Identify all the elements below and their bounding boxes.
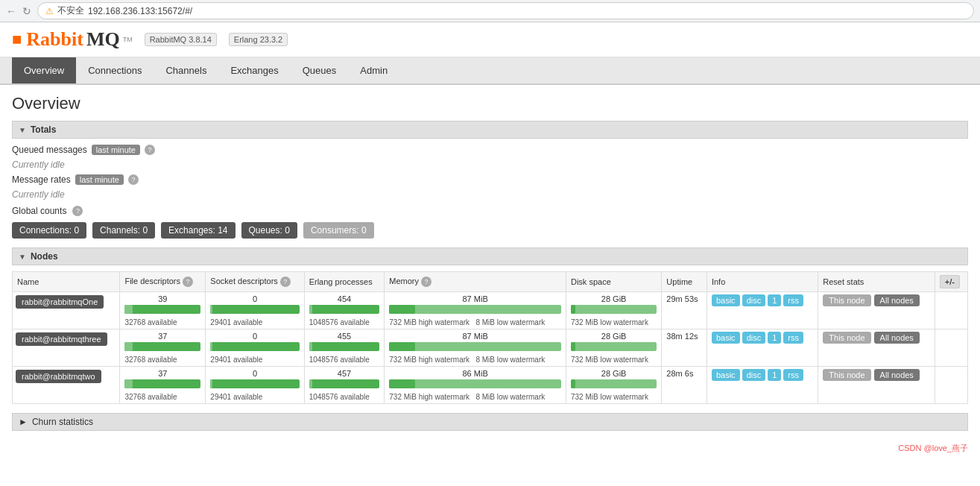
file-descriptors-cell: 39 32768 available [120,292,206,329]
col-erlang-processes: Erlang processes [304,272,385,292]
info-btn-1[interactable]: 1 [768,332,781,344]
erlang-processes-cell: 457 1048576 available [304,367,385,404]
this-node-button[interactable]: This node [823,332,870,344]
nav-connections[interactable]: Connections [76,57,154,83]
mem-help-icon[interactable]: ? [421,277,431,287]
info-btn-disc[interactable]: disc [742,294,766,306]
all-nodes-button[interactable]: All nodes [874,369,920,381]
col-socket-descriptors: Socket descriptors ? [206,272,304,292]
queued-badge[interactable]: last minute [92,145,140,155]
nav-overview[interactable]: Overview [12,57,76,83]
rates-help-icon[interactable]: ? [128,174,139,185]
queued-label: Queued messages [12,145,87,155]
totals-section-header[interactable]: ▼ Totals [12,121,968,139]
count-buttons-row: Connections: 0 Channels: 0 Exchanges: 14… [12,222,968,239]
all-nodes-button[interactable]: All nodes [874,332,920,344]
info-btn-disc[interactable]: disc [742,369,766,381]
file-descriptors-cell: 37 32768 available [120,367,206,404]
nav-channels[interactable]: Channels [154,57,218,83]
nav-queues[interactable]: Queues [291,57,349,83]
col-disk-space: Disk space [566,272,661,292]
info-btn-1[interactable]: 1 [768,294,781,306]
socket-descriptors-cell: 0 29401 available [206,329,304,367]
info-btn-rss[interactable]: rss [783,369,803,381]
info-btn-basic[interactable]: basic [712,332,740,344]
channels-count[interactable]: Channels: 0 [92,222,155,239]
csdn-footer: CSDN @love_燕子 [0,440,980,457]
global-help-icon[interactable]: ? [72,206,83,216]
uptime-cell: 28m 6s [662,367,707,404]
main-content: Overview ▼ Totals Queued messages last m… [0,85,980,440]
info-btn-basic[interactable]: basic [712,369,740,381]
this-node-button[interactable]: This node [823,369,870,381]
queued-messages-row: Queued messages last minute ? [12,145,968,155]
info-btn-disc[interactable]: disc [742,332,766,344]
nav-admin[interactable]: Admin [348,57,399,83]
not-secure-label: 不安全 [57,4,84,17]
table-row: rabbit@rabbitmqthree 37 32768 available … [13,329,968,367]
plus-minus-cell [935,367,967,404]
node-name-cell: rabbit@rabbitmqtwo [13,367,120,404]
memory-cell: 87 MiB 732 MiB high watermark 8 MiB low … [385,329,566,367]
node-name-button[interactable]: rabbit@rabbitmqthree [16,332,107,346]
node-name-cell: rabbit@rabbitmqthree [13,329,120,367]
warning-icon: ⚠ [45,6,54,16]
exchanges-count[interactable]: Exchanges: 14 [161,222,235,239]
all-nodes-button[interactable]: All nodes [874,294,920,306]
table-row: rabbit@rabbitmqtwo 37 32768 available 0 … [13,367,968,404]
rates-badge[interactable]: last minute [75,174,124,185]
global-counts-row: Global counts ? [12,206,968,216]
col-plus-minus: +/- [935,272,967,292]
info-btn-rss[interactable]: rss [783,294,803,306]
uptime-cell: 38m 12s [662,329,707,367]
node-name-button[interactable]: rabbit@rabbitmqOne [16,295,104,309]
socket-descriptors-cell: 0 29401 available [206,367,304,404]
nodes-table-header-row: Name File descriptors ? Socket descripto… [13,272,968,292]
info-cell: basicdisc1rss [706,367,818,404]
disk-space-cell: 28 GiB 732 MiB low watermark [566,329,661,367]
plus-minus-button[interactable]: +/- [940,275,960,288]
reload-button[interactable]: ↻ [22,5,31,17]
nav-exchanges[interactable]: Exchanges [218,57,290,83]
node-name-cell: rabbit@rabbitmqOne [13,292,120,329]
erlang-processes-cell: 454 1048576 available [304,292,385,329]
logo-icon: ■ [12,30,22,49]
col-name: Name [13,272,120,292]
browser-bar: ← ↻ ⚠ 不安全 192.168.236.133:15672/#/ [0,0,980,22]
info-btn-basic[interactable]: basic [712,294,740,306]
this-node-button[interactable]: This node [823,294,870,306]
nav-bar: Overview Connections Channels Exchanges … [0,57,980,85]
memory-cell: 86 MiB 732 MiB high watermark 8 MiB low … [385,367,566,404]
reset-stats-cell: This nodeAll nodes [818,367,935,404]
queues-count[interactable]: Queues: 0 [241,222,297,239]
version-badge: RabbitMQ 3.8.14 [145,33,217,46]
info-btn-rss[interactable]: rss [783,332,803,344]
sd-help-icon[interactable]: ? [280,277,291,287]
plus-minus-cell [935,329,967,367]
queued-help-icon[interactable]: ? [145,145,155,155]
disk-space-cell: 28 GiB 732 MiB low watermark [566,292,661,329]
url-bar[interactable]: ⚠ 不安全 192.168.236.133:15672/#/ [37,2,974,19]
col-uptime: Uptime [662,272,707,292]
consumers-count[interactable]: Consumers: 0 [303,222,374,239]
fd-help-icon[interactable]: ? [183,277,193,287]
logo-tm: TM [123,36,133,43]
logo-rabbit: Rabbit [26,28,83,51]
memory-cell: 87 MiB 732 MiB high watermark 8 MiB low … [385,292,566,329]
url-text: 192.168.236.133:15672/#/ [88,6,192,16]
reset-stats-cell: This nodeAll nodes [818,329,935,367]
disk-space-cell: 28 GiB 732 MiB low watermark [566,367,661,404]
info-btn-1[interactable]: 1 [768,369,781,381]
rates-label: Message rates [12,174,71,185]
plus-minus-cell [935,292,967,329]
back-button[interactable]: ← [6,5,16,17]
churn-section-header[interactable]: ► Churn statistics [12,413,968,431]
logo-mq: MQ [86,28,120,51]
file-descriptors-cell: 37 32768 available [120,329,206,367]
connections-count[interactable]: Connections: 0 [12,222,86,239]
nodes-section-title: Nodes [31,251,58,262]
erlang-processes-cell: 455 1048576 available [304,329,385,367]
socket-descriptors-cell: 0 29401 available [206,292,304,329]
nodes-section-header[interactable]: ▼ Nodes [12,247,968,265]
node-name-button[interactable]: rabbit@rabbitmqtwo [16,370,101,383]
